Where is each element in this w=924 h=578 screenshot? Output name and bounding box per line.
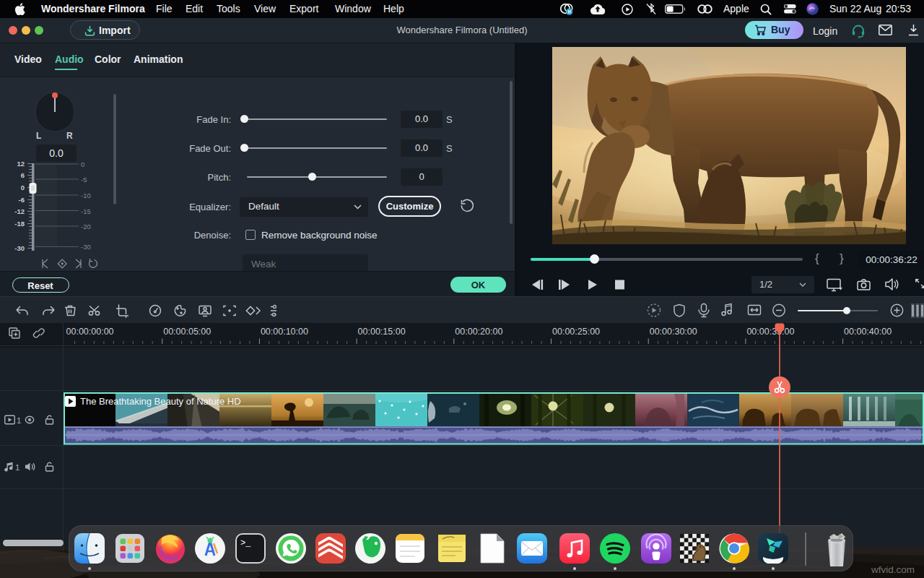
svg-text:-30: -30 <box>81 243 91 251</box>
svg-text:6: 6 <box>21 171 25 179</box>
svg-text:00:00:00:00: 00:00:00:00 <box>66 327 114 337</box>
svg-text:>_: >_ <box>240 538 251 548</box>
svg-text:-10: -10 <box>81 191 91 199</box>
svg-text:00:00:20:00: 00:00:20:00 <box>455 327 502 337</box>
svg-text:0: 0 <box>81 160 84 168</box>
svg-text:00:00:25:00: 00:00:25:00 <box>552 327 600 337</box>
svg-text:00:00:30:00: 00:00:30:00 <box>650 327 697 337</box>
svg-text:00:00:05:00: 00:00:05:00 <box>163 327 211 337</box>
svg-text:-15: -15 <box>81 207 91 215</box>
svg-text:-30: -30 <box>14 244 25 252</box>
svg-text:00:00:40:00: 00:00:40:00 <box>844 327 892 337</box>
svg-text:-18: -18 <box>14 220 25 228</box>
svg-text:0: 0 <box>21 184 25 191</box>
svg-text:1: 1 <box>17 416 21 425</box>
svg-text:00:00:10:00: 00:00:10:00 <box>261 327 308 337</box>
svg-text:00:00:35:00: 00:00:35:00 <box>746 327 794 337</box>
svg-text:-12: -12 <box>14 207 25 215</box>
svg-text:-5: -5 <box>81 176 87 184</box>
svg-text:1: 1 <box>15 463 19 472</box>
svg-text:00:00:15:00: 00:00:15:00 <box>358 327 406 337</box>
svg-text:12: 12 <box>17 160 25 168</box>
svg-text:-20: -20 <box>81 223 91 230</box>
svg-text:-6: -6 <box>19 196 25 204</box>
